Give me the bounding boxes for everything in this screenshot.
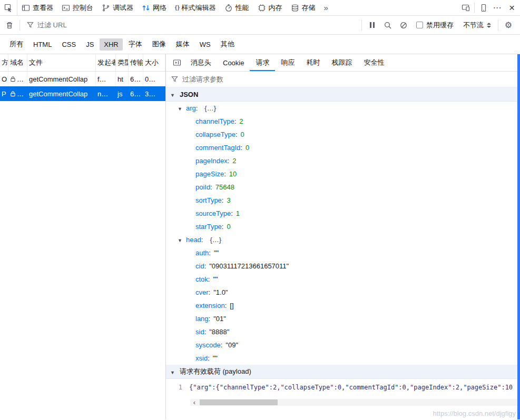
network-main: 方法 域名 文件 发起者 类型 传输 大小 O … getCommentColl… bbox=[0, 54, 520, 419]
pause-traffic-button[interactable] bbox=[365, 18, 379, 33]
filter-images[interactable]: 图像 bbox=[148, 37, 170, 51]
tree-node[interactable]: sortType 3 bbox=[166, 194, 520, 207]
divider bbox=[19, 20, 20, 31]
tree-node[interactable]: starType 0 bbox=[166, 220, 520, 233]
column-size[interactable]: 大小 bbox=[143, 54, 165, 71]
filter-fonts[interactable]: 字体 bbox=[124, 37, 146, 51]
dock-options-button[interactable] bbox=[476, 1, 490, 15]
twisty-icon[interactable] bbox=[178, 236, 182, 244]
tree-node[interactable]: xsid "" bbox=[166, 352, 520, 365]
filter-html[interactable]: HTML bbox=[29, 38, 56, 51]
tab-security[interactable]: 安全性 bbox=[358, 54, 390, 71]
tree-node[interactable]: commentTagId 0 bbox=[166, 141, 520, 154]
tab-request[interactable]: 请求 bbox=[250, 54, 275, 71]
tree-node[interactable]: pageSize 10 bbox=[166, 167, 520, 181]
tab-storage-label: 存储 bbox=[302, 3, 316, 13]
tab-performance-label: 性能 bbox=[236, 3, 249, 13]
property-value: "09" bbox=[225, 341, 238, 349]
type-filter-row: 所有 HTML CSS JS XHR 字体 图像 媒体 WS 其他 bbox=[0, 35, 520, 54]
search-button[interactable] bbox=[380, 18, 395, 33]
property-name: pageSize bbox=[195, 170, 226, 178]
filter-other[interactable]: 其他 bbox=[217, 37, 239, 51]
property-value: 1 bbox=[236, 209, 240, 217]
json-section-header[interactable]: JSON bbox=[166, 87, 520, 102]
scroll-left-arrow-icon[interactable] bbox=[190, 399, 199, 406]
style-editor-icon bbox=[175, 5, 179, 11]
column-type[interactable]: 类型 bbox=[116, 54, 129, 71]
request-row-selected[interactable]: P … getCommentCollap n… js 6… 3… bbox=[0, 86, 165, 101]
tab-debugger[interactable]: 调试器 bbox=[97, 0, 138, 15]
tree-node[interactable]: head {…} bbox=[166, 233, 520, 246]
request-details-pane: 消息头 Cookie 请求 响应 耗时 栈跟踪 安全性 JSON bbox=[166, 54, 520, 419]
tab-headers[interactable]: 消息头 bbox=[185, 54, 217, 71]
tab-performance[interactable]: 性能 bbox=[220, 0, 253, 15]
tab-storage[interactable]: 存储 bbox=[287, 0, 320, 15]
filter-url-input[interactable] bbox=[37, 21, 359, 29]
request-json-tree: arg {…} channelType 2 collapseType 0 com… bbox=[166, 102, 520, 365]
disable-cache-checkbox[interactable] bbox=[416, 22, 423, 28]
tree-node[interactable]: auth "" bbox=[166, 246, 520, 259]
column-transferred[interactable]: 传输 bbox=[129, 54, 143, 71]
tree-node[interactable]: lang "01" bbox=[166, 312, 520, 325]
tab-style-editor[interactable]: 样式编辑器 bbox=[171, 0, 220, 15]
element-picker-button[interactable] bbox=[0, 0, 17, 15]
tab-console[interactable]: 控制台 bbox=[57, 0, 97, 15]
panel-toggle-icon[interactable] bbox=[169, 54, 185, 71]
lock-icon bbox=[10, 76, 16, 82]
column-initiator[interactable]: 发起者 bbox=[96, 54, 116, 71]
request-blocking-button[interactable] bbox=[396, 18, 411, 33]
performance-icon bbox=[224, 4, 233, 12]
property-value: 3 bbox=[227, 196, 230, 204]
tree-node[interactable]: sourceType 1 bbox=[166, 207, 520, 220]
clear-requests-button[interactable] bbox=[2, 18, 17, 33]
more-tools-chevron-icon[interactable] bbox=[320, 0, 332, 15]
filter-request-params-input[interactable] bbox=[182, 75, 515, 83]
tab-stack-trace[interactable]: 栈跟踪 bbox=[326, 54, 358, 71]
funnel-icon bbox=[171, 76, 178, 83]
tree-node[interactable]: extension [] bbox=[166, 299, 520, 312]
tree-node[interactable]: pageIndex 2 bbox=[166, 154, 520, 167]
request-domain-text: … bbox=[17, 90, 24, 98]
tab-response[interactable]: 响应 bbox=[275, 54, 300, 71]
tab-network[interactable]: 网络 bbox=[138, 0, 171, 15]
filter-css[interactable]: CSS bbox=[57, 38, 80, 51]
payload-section-header[interactable]: 请求有效载荷 (payload) bbox=[166, 365, 520, 379]
tab-timings[interactable]: 耗时 bbox=[300, 54, 326, 71]
twisty-icon[interactable] bbox=[178, 104, 182, 112]
responsive-design-mode-button[interactable] bbox=[458, 1, 473, 15]
filter-all[interactable]: 所有 bbox=[5, 37, 27, 51]
close-devtools-icon[interactable] bbox=[505, 1, 519, 15]
property-value: 0 bbox=[246, 144, 249, 152]
tab-memory[interactable]: 内存 bbox=[253, 0, 287, 15]
tree-node[interactable]: cver "1.0" bbox=[166, 286, 520, 299]
tree-node[interactable]: arg {…} bbox=[166, 102, 520, 115]
tree-node[interactable]: sid "8888" bbox=[166, 325, 520, 338]
request-row[interactable]: O … getCommentCollap f… ht 6… 0… bbox=[0, 72, 165, 86]
tab-cookies[interactable]: Cookie bbox=[217, 54, 250, 71]
filter-xhr[interactable]: XHR bbox=[100, 38, 122, 51]
column-domain[interactable]: 域名 bbox=[8, 54, 27, 71]
tree-node[interactable]: ctok "" bbox=[166, 273, 520, 286]
tree-node[interactable]: cid "09031117213661657011" bbox=[166, 259, 520, 273]
throttling-dropdown[interactable]: 不节流 bbox=[459, 21, 495, 30]
detail-tabs: 消息头 Cookie 请求 响应 耗时 栈跟踪 安全性 bbox=[166, 54, 520, 72]
tree-node[interactable]: syscode "09" bbox=[166, 338, 520, 352]
filter-js[interactable]: JS bbox=[82, 38, 98, 51]
filter-ws[interactable]: WS bbox=[195, 38, 215, 51]
tab-inspector[interactable]: 查看器 bbox=[17, 0, 57, 15]
column-method[interactable]: 方法 bbox=[0, 54, 8, 71]
network-settings-gear-icon[interactable] bbox=[501, 18, 516, 33]
vertical-scrollbar[interactable] bbox=[517, 54, 520, 419]
horizontal-scrollbar[interactable] bbox=[190, 399, 520, 406]
filter-media[interactable]: 媒体 bbox=[172, 37, 194, 51]
property-name: channelType bbox=[195, 117, 236, 125]
column-file[interactable]: 文件 bbox=[27, 54, 96, 71]
property-value: "1.0" bbox=[213, 288, 228, 296]
horizontal-scrollbar-thumb[interactable] bbox=[200, 399, 278, 405]
property-value: "09031117213661657011" bbox=[209, 262, 289, 270]
tree-node[interactable]: collapseType 0 bbox=[166, 128, 520, 141]
tree-node[interactable]: channelType 2 bbox=[166, 115, 520, 128]
meatball-menu-icon[interactable] bbox=[490, 1, 505, 15]
tree-node[interactable]: poiId 75648 bbox=[166, 181, 520, 194]
tab-memory-label: 内存 bbox=[269, 3, 282, 13]
